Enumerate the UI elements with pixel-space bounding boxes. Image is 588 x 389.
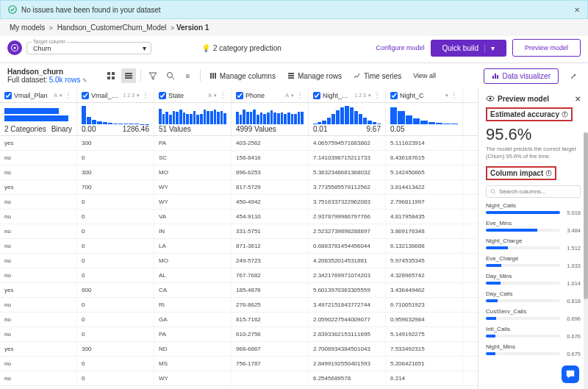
- svg-rect-15: [288, 73, 294, 74]
- vertical-scrollbar[interactable]: [584, 132, 588, 389]
- eye-icon: [486, 94, 495, 103]
- table-cell: 6.132136688: [386, 239, 463, 253]
- table-row[interactable]: no0SC158-84167.14103987152117336.4361876…: [0, 151, 478, 165]
- column-menu-icon[interactable]: ⋮: [219, 91, 226, 99]
- breadcrumb-item[interactable]: Handson_CustomerChurn_Model: [57, 24, 167, 32]
- svg-point-27: [491, 189, 495, 193]
- preview-model-button[interactable]: Preview model: [512, 39, 581, 57]
- table-row[interactable]: yes300PA403-25624.06575945716838625.1116…: [0, 136, 478, 151]
- table-cell: 5.149192275: [386, 327, 463, 341]
- table-cell: 7.1410398715211733: [309, 151, 386, 165]
- chevron-down-icon[interactable]: ▾: [445, 93, 448, 99]
- table-cell: MS: [154, 357, 232, 371]
- column-menu-icon[interactable]: ⋮: [296, 91, 304, 99]
- chevron-down-icon[interactable]: ▾: [291, 93, 294, 99]
- column-checkbox[interactable]: [390, 92, 398, 99]
- table-row[interactable]: no0WY450-49423.75163373229620832.7968119…: [0, 195, 478, 210]
- view-list-icon[interactable]: [121, 68, 136, 83]
- table-row[interactable]: no0LA871-36120.68837814544560446.1321366…: [0, 239, 478, 254]
- chevron-down-icon[interactable]: ▾: [60, 93, 62, 99]
- table-row[interactable]: no0GA815-71622.05902275440090770.9596329…: [0, 313, 478, 327]
- column-header[interactable]: Vmail_Mess... 1 2 3 ▾ ⋮: [77, 88, 154, 102]
- impact-item: Night_Charge 1.512: [486, 238, 581, 251]
- filter-icon[interactable]: [146, 68, 160, 83]
- column-checkbox[interactable]: [4, 92, 12, 99]
- table-row[interactable]: no0VA454-91102.93787999867977664.8179584…: [0, 210, 478, 224]
- column-header[interactable]: Night_C ▾ ⋮: [386, 88, 463, 102]
- collapse-icon[interactable]: ⤢: [566, 68, 581, 83]
- column-checkbox[interactable]: [236, 92, 243, 99]
- table-row[interactable]: no0PA610-27562.83933621531116955.1491922…: [0, 327, 478, 342]
- table-row[interactable]: no0IN331-57512.52327398982888973.8691763…: [0, 224, 478, 239]
- search-columns-input[interactable]: [486, 185, 581, 198]
- table-row[interactable]: yes800CA185-48765.60139703633055593.4364…: [0, 283, 478, 298]
- time-series-button[interactable]: Time series: [349, 70, 406, 82]
- banner-close-icon[interactable]: ✕: [574, 6, 580, 14]
- chevron-down-icon[interactable]: ▾: [484, 44, 495, 52]
- svg-rect-20: [497, 75, 498, 79]
- impact-name: CustServ_Calls: [486, 308, 581, 315]
- column-header[interactable]: State A ▾ ⋮: [154, 88, 232, 102]
- impact-name: Intl_Calls: [486, 326, 581, 332]
- table-cell: 4.0657594571683862: [309, 136, 386, 150]
- breadcrumb-item[interactable]: My models: [10, 24, 45, 32]
- table-row[interactable]: no0RI276-86253.49721518437727446.7100519…: [0, 298, 478, 313]
- data-visualizer-button[interactable]: Data visualizer: [484, 68, 559, 84]
- column-impact-label: Column impact i: [486, 166, 556, 180]
- help-button[interactable]: [562, 365, 579, 383]
- table-row[interactable]: no0WY6.25456895786.214: [0, 371, 478, 386]
- impact-value: 0.696: [563, 315, 581, 322]
- column-menu-icon[interactable]: ⋮: [65, 91, 72, 99]
- table-cell: 2.7008934384501043: [309, 342, 386, 356]
- view-grid-icon[interactable]: [104, 68, 118, 83]
- manage-columns-button[interactable]: Manage columns: [205, 70, 280, 82]
- table-row[interactable]: no0MS756-17872.84991925504015935.2064216…: [0, 357, 478, 371]
- table-row[interactable]: no0AL767-76822.34217699710742034.3289657…: [0, 268, 478, 283]
- table-cell: 7.533492315: [386, 342, 463, 356]
- column-checkbox[interactable]: [159, 92, 166, 99]
- quick-build-button[interactable]: Quick build ▾: [431, 40, 506, 57]
- sub-toolbar: Handson_churn Full dataset: 5.0k rows ✎ …: [0, 63, 588, 88]
- table-cell: 5.206421651: [386, 357, 463, 371]
- close-icon[interactable]: ✕: [575, 95, 581, 103]
- rows-link[interactable]: 5.0k rows: [49, 76, 81, 84]
- table-row[interactable]: no300MO896-62535.36323486813680325.14245…: [0, 165, 478, 180]
- column-header[interactable]: Vmail_Plan A ▾ ⋮: [0, 88, 77, 102]
- column-menu-icon[interactable]: ⋮: [373, 91, 381, 99]
- table-cell: MO: [154, 254, 232, 268]
- table-cell: 450-4942: [232, 195, 309, 209]
- list-icon[interactable]: ≡: [181, 68, 196, 83]
- column-menu-icon[interactable]: ⋮: [451, 91, 458, 99]
- svg-line-28: [494, 192, 495, 193]
- chevron-down-icon[interactable]: ▾: [368, 93, 371, 99]
- target-selector[interactable]: Target column Churn ▾: [7, 40, 151, 55]
- breadcrumb: My models > Handson_CustomerChurn_Model …: [0, 19, 588, 36]
- column-header[interactable]: Phone A ▾ ⋮: [232, 88, 309, 102]
- configure-model-link[interactable]: Configure model: [376, 44, 424, 51]
- info-icon[interactable]: i: [562, 111, 568, 118]
- table-cell: yes: [0, 342, 77, 356]
- table-row[interactable]: yes700WY817-57293.77355855781125623.8144…: [0, 180, 478, 195]
- table-row[interactable]: no0MO249-57234.2083520145318815.97453534…: [0, 254, 478, 268]
- svg-line-11: [172, 77, 174, 79]
- estimated-accuracy-label: Estimated accuracy i: [486, 107, 573, 121]
- info-icon[interactable]: i: [545, 170, 552, 176]
- column-chart: 0.05: [386, 103, 463, 135]
- view-all-link[interactable]: View all: [409, 70, 440, 82]
- column-type: A: [208, 93, 212, 98]
- table-cell: 4.817958435: [386, 210, 463, 224]
- column-menu-icon[interactable]: ⋮: [142, 91, 149, 99]
- table-row[interactable]: yes300ND968-68672.70089343845010437.5334…: [0, 342, 478, 357]
- search-icon[interactable]: [163, 68, 178, 83]
- impact-value: 3.484: [563, 227, 581, 234]
- table-cell: 0.959632984: [386, 313, 463, 326]
- impact-name: Night_Mins: [486, 343, 581, 350]
- chevron-down-icon[interactable]: ▾: [137, 93, 140, 99]
- chevron-down-icon[interactable]: ▾: [214, 93, 217, 99]
- column-header[interactable]: Night_Mins 1 2 3 ▾ ⋮: [309, 88, 386, 102]
- column-checkbox[interactable]: [82, 92, 89, 99]
- table-cell: IN: [154, 224, 232, 238]
- column-checkbox[interactable]: [313, 92, 320, 99]
- manage-rows-button[interactable]: Manage rows: [283, 70, 346, 82]
- column-type: 1 2 3: [123, 93, 135, 98]
